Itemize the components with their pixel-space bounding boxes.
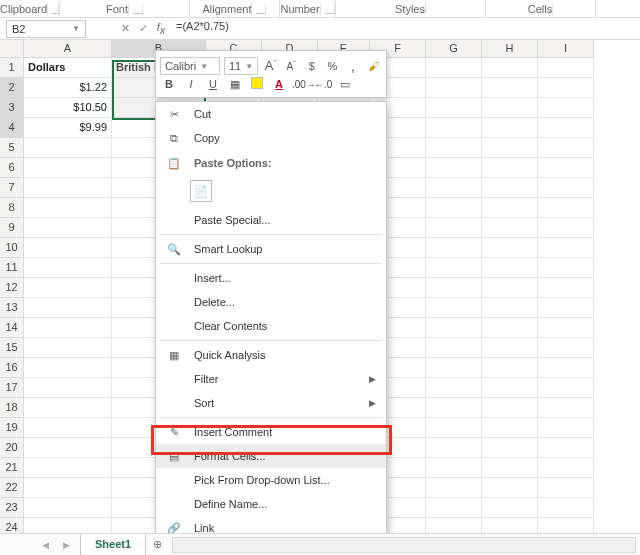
row-header[interactable]: 13 (0, 298, 24, 318)
menu-define-name[interactable]: Define Name... (156, 492, 386, 516)
menu-smart-lookup[interactable]: 🔍Smart Lookup (156, 237, 386, 261)
format-painter-icon[interactable]: 🖌 (365, 60, 382, 72)
row-header[interactable]: 11 (0, 258, 24, 278)
grow-font-icon[interactable]: Aˆ (262, 58, 279, 73)
cell[interactable] (426, 158, 482, 178)
cell[interactable] (538, 58, 594, 78)
menu-quick-analysis[interactable]: ▦Quick Analysis (156, 343, 386, 367)
select-all-corner[interactable] (0, 40, 24, 58)
cell[interactable] (538, 158, 594, 178)
cell[interactable] (538, 78, 594, 98)
dialog-launcher-icon[interactable] (256, 4, 266, 14)
cell[interactable] (24, 178, 112, 198)
menu-filter[interactable]: Filter▶ (156, 367, 386, 391)
cell[interactable] (482, 298, 538, 318)
formula-input[interactable]: =(A2*0.75) (170, 20, 640, 38)
cell[interactable] (24, 258, 112, 278)
border-icon[interactable]: ▦ (226, 78, 244, 91)
cell[interactable] (482, 378, 538, 398)
cell[interactable]: $10.50 (24, 98, 112, 118)
cell[interactable] (24, 458, 112, 478)
row-header[interactable]: 15 (0, 338, 24, 358)
font-color-icon[interactable]: A (270, 78, 288, 90)
row-header[interactable]: 3 (0, 98, 24, 118)
cell[interactable]: $9.99 (24, 118, 112, 138)
cell[interactable] (426, 138, 482, 158)
cell[interactable] (426, 118, 482, 138)
cell[interactable] (482, 498, 538, 518)
cell[interactable] (24, 298, 112, 318)
row-header[interactable]: 1 (0, 58, 24, 78)
cell[interactable] (426, 398, 482, 418)
cell[interactable] (426, 278, 482, 298)
cell[interactable] (24, 378, 112, 398)
cell[interactable] (482, 278, 538, 298)
dialog-launcher-icon[interactable] (133, 4, 143, 14)
col-header-A[interactable]: A (24, 40, 112, 58)
cell[interactable] (538, 418, 594, 438)
sheet-tab-active[interactable]: Sheet1 (80, 534, 146, 556)
cell[interactable] (538, 318, 594, 338)
row-header[interactable]: 17 (0, 378, 24, 398)
cell[interactable] (426, 458, 482, 478)
row-header[interactable]: 19 (0, 418, 24, 438)
cell[interactable] (538, 298, 594, 318)
bold-icon[interactable]: B (160, 78, 178, 90)
cell[interactable] (24, 418, 112, 438)
cell[interactable] (482, 198, 538, 218)
row-header[interactable]: 22 (0, 478, 24, 498)
cell[interactable]: Dollars (24, 58, 112, 78)
row-header[interactable]: 23 (0, 498, 24, 518)
cell[interactable] (426, 298, 482, 318)
cell[interactable] (24, 478, 112, 498)
merge-icon[interactable]: ▭ (336, 78, 354, 91)
row-header[interactable]: 8 (0, 198, 24, 218)
menu-clear-contents[interactable]: Clear Contents (156, 314, 386, 338)
cell[interactable] (24, 498, 112, 518)
cell[interactable] (426, 418, 482, 438)
cell[interactable] (538, 198, 594, 218)
cell[interactable] (482, 418, 538, 438)
cell[interactable] (24, 278, 112, 298)
horizontal-scrollbar[interactable] (172, 537, 636, 553)
cell[interactable] (482, 318, 538, 338)
row-header[interactable]: 6 (0, 158, 24, 178)
cell[interactable] (538, 338, 594, 358)
cell[interactable] (538, 358, 594, 378)
row-header[interactable]: 2 (0, 78, 24, 98)
row-header[interactable]: 12 (0, 278, 24, 298)
name-box[interactable]: B2▼ (6, 20, 86, 38)
cell[interactable] (538, 118, 594, 138)
font-name-combo[interactable]: Calibri▼ (160, 57, 220, 75)
cell[interactable] (426, 478, 482, 498)
cell[interactable] (538, 278, 594, 298)
cell[interactable] (24, 198, 112, 218)
row-header[interactable]: 14 (0, 318, 24, 338)
cell[interactable] (426, 178, 482, 198)
cell[interactable] (538, 378, 594, 398)
row-header[interactable]: 7 (0, 178, 24, 198)
col-header-I[interactable]: I (538, 40, 594, 58)
new-sheet-button[interactable]: ⊕ (146, 534, 168, 556)
row-header[interactable]: 10 (0, 238, 24, 258)
cell[interactable]: $1.22 (24, 78, 112, 98)
cancel-x-icon[interactable]: ✕ (116, 20, 134, 38)
row-header[interactable]: 4 (0, 118, 24, 138)
fill-color-icon[interactable] (248, 77, 266, 91)
decrease-decimal-icon[interactable]: ←.0 (314, 79, 332, 90)
row-header[interactable]: 21 (0, 458, 24, 478)
cell[interactable] (482, 138, 538, 158)
menu-sort[interactable]: Sort▶ (156, 391, 386, 415)
cell[interactable] (482, 458, 538, 478)
cell[interactable] (538, 438, 594, 458)
cell[interactable] (426, 498, 482, 518)
dialog-launcher-icon[interactable] (52, 4, 59, 14)
cell[interactable] (426, 258, 482, 278)
cell[interactable] (538, 458, 594, 478)
cell[interactable] (538, 178, 594, 198)
increase-decimal-icon[interactable]: .00→ (292, 79, 310, 90)
cell[interactable] (538, 238, 594, 258)
menu-cut[interactable]: ✂Cut (156, 102, 386, 126)
menu-paste-special[interactable]: Paste Special... (156, 208, 386, 232)
cell[interactable] (482, 98, 538, 118)
